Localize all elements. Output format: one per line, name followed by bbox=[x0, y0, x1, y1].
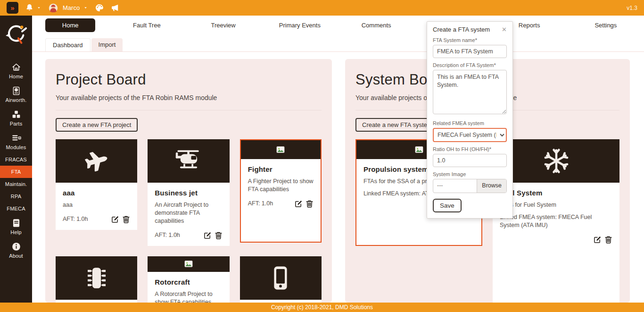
sidebar-item-icon bbox=[11, 62, 21, 72]
related-fmea-select[interactable]: FMECA Fuel System (FM bbox=[433, 128, 507, 142]
system-image-label: System Image bbox=[433, 171, 507, 177]
nav-tab[interactable]: Treeview bbox=[185, 22, 262, 29]
theme-button[interactable] bbox=[95, 3, 104, 12]
project-card[interactable]: aaa aaa AFT: 1.0h bbox=[56, 139, 137, 230]
nav-tab[interactable]: Primary Events bbox=[262, 22, 338, 29]
announcements-button[interactable] bbox=[110, 3, 119, 12]
ratio-input[interactable] bbox=[433, 154, 507, 167]
chevron-down-icon bbox=[36, 5, 41, 10]
bell-icon[interactable] bbox=[25, 3, 34, 12]
sidebar-item[interactable]: Help bbox=[0, 215, 32, 238]
sidebar-item[interactable]: Maintain. bbox=[0, 178, 32, 190]
sidebar-item[interactable]: Parts bbox=[0, 106, 32, 130]
notifications-menu[interactable] bbox=[25, 3, 41, 12]
sidebar-toggle-button[interactable]: » bbox=[7, 2, 18, 14]
modal-title: Create a FTA system bbox=[433, 26, 490, 33]
sidebar-item[interactable]: RPA bbox=[0, 190, 32, 202]
card-linked-fmea: Linked FMEA system: FMECA Fuel System (A… bbox=[500, 213, 612, 229]
nav-tab-label: Primary Events bbox=[279, 22, 321, 29]
user-name: Marco bbox=[63, 4, 80, 11]
card-image-icon bbox=[175, 147, 202, 175]
project-card[interactable]: Test Project Project bbox=[240, 256, 322, 303]
trash-icon[interactable] bbox=[122, 215, 130, 223]
nav-tab[interactable]: Home bbox=[32, 18, 108, 32]
card-image bbox=[148, 256, 229, 272]
ratio-label: Ratio OH to FH (OH/FH)* bbox=[433, 146, 507, 152]
footer: Copyright (c) 2018-2021, DMD Solutions bbox=[0, 303, 644, 312]
card-image bbox=[56, 139, 137, 183]
nav-tab[interactable]: Fault Tree bbox=[108, 22, 185, 29]
nav-tab[interactable]: Comments bbox=[338, 22, 414, 29]
card-image bbox=[148, 139, 229, 183]
sidebar-item-label: Parts bbox=[10, 121, 23, 126]
browse-button[interactable]: Browse bbox=[477, 179, 506, 193]
palette-icon[interactable] bbox=[95, 3, 104, 12]
nav-tab-label: Comments bbox=[362, 22, 391, 29]
trash-icon[interactable] bbox=[604, 236, 612, 244]
sidebar-item-icon bbox=[11, 218, 21, 228]
sub-tab[interactable]: Import bbox=[91, 38, 123, 51]
card-image-icon bbox=[83, 147, 110, 175]
project-cards-grid: aaa aaa AFT: 1.0h Busine bbox=[56, 139, 322, 303]
edit-icon[interactable] bbox=[295, 200, 303, 208]
project-board-subtitle: Your available projects of the FTA Robin… bbox=[56, 94, 322, 101]
sidebar-item-label: Home bbox=[9, 74, 23, 79]
trash-icon[interactable] bbox=[215, 231, 223, 239]
trash-icon[interactable] bbox=[305, 200, 314, 208]
nav-tab-label: Treeview bbox=[211, 22, 235, 29]
module-nav: Home Fault Tree Treeview Primary Events … bbox=[32, 19, 644, 32]
create-fta-project-button[interactable]: Create a new FTA project bbox=[56, 118, 138, 132]
project-board-panel: Project Board Your available projects of… bbox=[45, 59, 332, 303]
sidebar-item-label: FTA bbox=[11, 169, 21, 175]
sidebar-item[interactable]: Home bbox=[0, 59, 32, 83]
card-aft-value: AFT: 1.0h bbox=[63, 216, 88, 222]
sidebar-item[interactable]: FTA bbox=[0, 166, 32, 178]
edit-icon[interactable] bbox=[111, 215, 119, 223]
nav-tab-label: Home bbox=[45, 18, 96, 32]
sidebar-item-icon bbox=[11, 86, 21, 96]
avatar bbox=[48, 3, 58, 13]
card-image-icon bbox=[275, 145, 286, 154]
card-title: Business jet bbox=[155, 189, 222, 197]
divider bbox=[56, 110, 322, 110]
sidebar-item[interactable]: FMECA bbox=[0, 202, 32, 215]
sidebar-item-label: Airworth. bbox=[5, 97, 26, 103]
system-name-input[interactable] bbox=[433, 45, 507, 58]
system-description-textarea[interactable]: This is an FMEA to FTA System. bbox=[433, 70, 507, 114]
card-aft-value: AFT: 1.0h bbox=[248, 200, 273, 207]
project-card[interactable]: Fighter A Fighter Project to show FTA ca… bbox=[240, 139, 322, 243]
robin-logo bbox=[4, 22, 28, 47]
card-title: Rotorcraft bbox=[155, 278, 222, 286]
megaphone-icon[interactable] bbox=[110, 3, 119, 12]
card-image-icon bbox=[267, 264, 294, 292]
copyright-text: Copyright (c) 2018-2021, DMD Solutions bbox=[271, 304, 373, 311]
project-card[interactable]: FTA Project FTA Project bbox=[56, 256, 137, 303]
save-button[interactable]: Save bbox=[433, 199, 462, 212]
project-card[interactable]: Rotorcraft A Rotorcraft Project to show … bbox=[148, 256, 229, 303]
edit-icon[interactable] bbox=[204, 231, 212, 239]
close-icon[interactable]: ✕ bbox=[502, 26, 507, 33]
sub-tab[interactable]: Dashboard bbox=[45, 38, 91, 51]
system-image-file-input[interactable]: --- Browse bbox=[433, 179, 507, 193]
sidebar-item[interactable]: Modules bbox=[0, 130, 32, 153]
card-title: Fighter bbox=[248, 165, 314, 173]
sidebar-item[interactable]: FRACAS bbox=[0, 153, 32, 166]
project-card[interactable]: Business jet An Aircraft Project to demo… bbox=[148, 139, 229, 246]
sidebar-item[interactable]: About bbox=[0, 238, 32, 262]
nav-tab[interactable]: Settings bbox=[568, 22, 644, 29]
sidebar-item-label: RPA bbox=[11, 194, 21, 199]
edit-icon[interactable] bbox=[594, 236, 602, 244]
sidebar-item-label: FMECA bbox=[7, 206, 25, 211]
sidebar-item-icon bbox=[11, 133, 21, 143]
create-fta-system-modal: Create a FTA system ✕ FTA System name* D… bbox=[427, 21, 513, 219]
sidebar-item[interactable]: Airworth. bbox=[0, 83, 32, 106]
card-image-icon bbox=[183, 259, 194, 269]
card-description: FTAs for Fuel System bbox=[500, 201, 612, 209]
card-description: A Rotorcraft Project to show FTA capabil… bbox=[155, 290, 222, 303]
sidebar-item-label: About bbox=[9, 253, 23, 259]
card-description: An Aircraft Project to demonstrate FTA c… bbox=[155, 201, 222, 225]
user-menu[interactable]: Marco bbox=[48, 3, 88, 13]
card-description: A Fighter Project to show FTA capabiliti… bbox=[248, 177, 314, 194]
related-fmea-label: Related FMEA system bbox=[433, 120, 507, 126]
sub-tab-label: Import bbox=[99, 41, 116, 48]
